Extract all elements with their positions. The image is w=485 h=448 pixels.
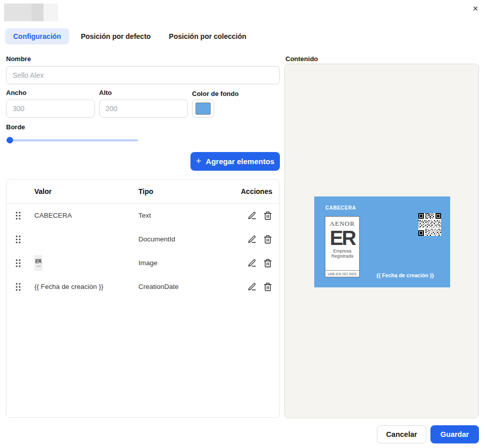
edit-icon[interactable] <box>248 235 257 244</box>
stamp-header-text: CABECERA <box>325 205 356 211</box>
cell-tipo: Text <box>138 212 240 219</box>
stamp-date-text: {{ Fecha de creación }} <box>365 272 446 278</box>
elements-table: Valor Tipo Acciones CABECERA Text Docume… <box>6 179 280 418</box>
stamp-config-dialog: × Configuración Posición por defecto Pos… <box>0 0 485 448</box>
table-row: DocumentId <box>7 227 279 251</box>
nombre-label: Nombre <box>6 55 31 63</box>
edit-icon[interactable] <box>248 211 257 220</box>
cell-tipo: CreationDate <box>138 283 240 290</box>
add-elements-button[interactable]: + Agregar elementos <box>190 152 280 171</box>
aenor-monogram: ER <box>330 228 355 247</box>
slider-thumb[interactable] <box>7 137 13 143</box>
table-row: ER Image <box>7 251 279 275</box>
close-icon[interactable]: × <box>469 2 482 15</box>
qr-code-icon <box>418 213 441 236</box>
header-acciones: Acciones <box>240 187 272 195</box>
ancho-input[interactable] <box>6 99 95 118</box>
delete-icon[interactable] <box>263 235 272 244</box>
ancho-label: Ancho <box>6 89 26 96</box>
delete-icon[interactable] <box>263 259 272 268</box>
edit-icon[interactable] <box>248 259 257 268</box>
color-de-fondo-label: Color de fondo <box>192 90 238 97</box>
save-button[interactable]: Guardar <box>430 425 479 443</box>
loading-title-skeleton <box>4 4 58 21</box>
stamp-preview: CABECERA AENOR ER Empresa Registrada UNE… <box>314 196 450 287</box>
nombre-input[interactable] <box>6 66 280 84</box>
cell-valor: CABECERA <box>34 212 138 219</box>
color-swatch <box>196 103 211 115</box>
tab-bar: Configuración Posición por defecto Posic… <box>5 28 253 44</box>
tab-posicion-por-defecto[interactable]: Posición por defecto <box>74 28 157 44</box>
header-valor: Valor <box>34 187 138 195</box>
contenido-label: Contenido <box>285 55 318 63</box>
tab-posicion-por-coleccion[interactable]: Posición por colección <box>162 28 253 44</box>
borde-label: Borde <box>6 123 25 131</box>
cell-valor: {{ Fecha de creación }} <box>34 283 138 290</box>
slider-track <box>6 139 138 141</box>
aenor-logo: AENOR ER Empresa Registrada UNE-EN ISO 9… <box>325 216 360 277</box>
aenor-subtitle: Empresa Registrada <box>331 249 354 259</box>
preview-panel: CABECERA AENOR ER Empresa Registrada UNE… <box>284 64 479 418</box>
table-row: CABECERA Text <box>7 204 279 227</box>
header-tipo: Tipo <box>138 187 240 195</box>
background-color-picker[interactable] <box>192 99 214 118</box>
drag-handle-icon[interactable] <box>15 234 22 244</box>
thumbnail-monogram: ER <box>35 259 42 265</box>
delete-icon[interactable] <box>263 211 272 220</box>
drag-handle-icon[interactable] <box>15 282 22 292</box>
image-thumbnail: ER <box>34 255 42 271</box>
add-elements-label: Agregar elementos <box>206 157 274 166</box>
table-header-row: Valor Tipo Acciones <box>7 180 279 204</box>
drag-handle-icon[interactable] <box>15 258 22 268</box>
alto-label: Alto <box>99 89 112 96</box>
border-slider[interactable] <box>6 136 138 144</box>
plus-icon: + <box>196 157 202 166</box>
table-row: {{ Fecha de creación }} CreationDate <box>7 275 279 298</box>
alto-input[interactable] <box>99 99 188 118</box>
delete-icon[interactable] <box>263 282 272 291</box>
drag-handle-icon[interactable] <box>15 211 22 221</box>
cancel-button[interactable]: Cancelar <box>377 425 426 443</box>
cell-tipo: Image <box>138 259 240 267</box>
tab-configuracion[interactable]: Configuración <box>5 28 69 44</box>
edit-icon[interactable] <box>248 282 257 291</box>
aenor-iso-text: UNE-EN ISO 9001 <box>325 270 359 277</box>
cell-tipo: DocumentId <box>138 235 240 243</box>
